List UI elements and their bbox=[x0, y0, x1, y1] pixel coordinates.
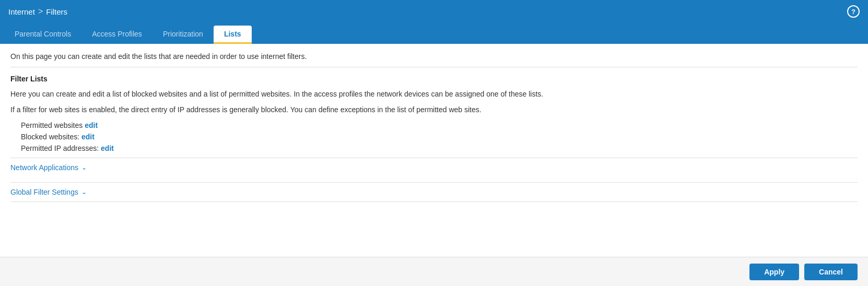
breadcrumb: Internet > Filters bbox=[8, 7, 67, 16]
tab-parental-controls[interactable]: Parental Controls bbox=[4, 26, 81, 42]
apply-button[interactable]: Apply bbox=[749, 264, 799, 280]
footer-bar: Apply Cancel bbox=[0, 257, 868, 286]
main-content: On this page you can create and edit the… bbox=[0, 44, 868, 257]
breadcrumb-home: Internet bbox=[8, 7, 35, 16]
global-filter-settings-label: Global Filter Settings bbox=[10, 188, 78, 196]
filter-lists-desc2: If a filter for web sites is enabled, th… bbox=[10, 104, 858, 115]
network-applications-label: Network Applications bbox=[10, 163, 78, 172]
permitted-ip-row: Permitted IP addresses: edit bbox=[21, 144, 858, 152]
filter-lists-title: Filter Lists bbox=[10, 75, 858, 83]
permitted-websites-label: Permitted websites bbox=[21, 121, 83, 129]
permitted-ip-edit-link[interactable]: edit bbox=[101, 144, 114, 152]
tab-lists[interactable]: Lists bbox=[214, 26, 252, 44]
tab-prioritization[interactable]: Prioritization bbox=[153, 26, 214, 42]
divider-top bbox=[10, 67, 858, 67]
help-icon[interactable]: ? bbox=[847, 5, 860, 18]
header-bar: Internet > Filters ? bbox=[0, 0, 868, 23]
global-filter-settings-chevron-icon: ⌄ bbox=[81, 188, 87, 196]
filter-list-links: Permitted websites edit Blocked websites… bbox=[21, 121, 858, 152]
blocked-websites-row: Blocked websites: edit bbox=[21, 133, 858, 141]
cancel-button[interactable]: Cancel bbox=[804, 264, 858, 280]
blocked-websites-label: Blocked websites: bbox=[21, 133, 79, 141]
filter-lists-desc1: Here you can create and edit a list of b… bbox=[10, 88, 858, 100]
permitted-websites-row: Permitted websites edit bbox=[21, 121, 858, 129]
permitted-ip-label: Permitted IP addresses: bbox=[21, 144, 99, 152]
global-filter-settings-toggle[interactable]: Global Filter Settings ⌄ bbox=[10, 183, 858, 201]
blocked-websites-edit-link[interactable]: edit bbox=[81, 133, 95, 141]
network-applications-toggle[interactable]: Network Applications ⌄ bbox=[10, 158, 858, 177]
breadcrumb-current: Filters bbox=[46, 7, 67, 16]
network-applications-section: Network Applications ⌄ bbox=[10, 158, 858, 177]
tab-access-profiles[interactable]: Access Profiles bbox=[81, 26, 153, 42]
tab-bar: Parental Controls Access Profiles Priori… bbox=[0, 23, 868, 44]
permitted-websites-edit-link[interactable]: edit bbox=[85, 121, 98, 129]
network-applications-chevron-icon: ⌄ bbox=[81, 164, 87, 171]
breadcrumb-separator: > bbox=[38, 7, 43, 16]
divider-global-bottom bbox=[10, 201, 858, 202]
global-filter-settings-section: Global Filter Settings ⌄ bbox=[10, 182, 858, 202]
intro-text: On this page you can create and edit the… bbox=[10, 52, 858, 61]
